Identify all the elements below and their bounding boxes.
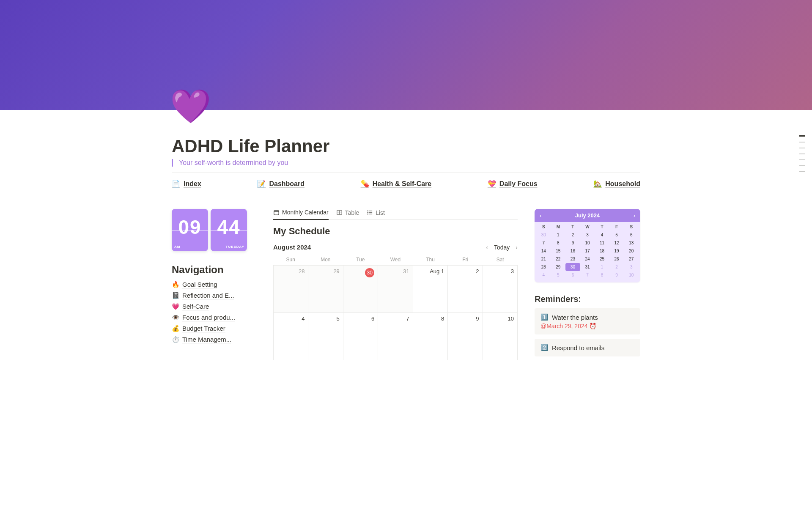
nav-item-focus[interactable]: 👁️Focus and produ... xyxy=(172,312,256,323)
mini-day[interactable]: 20 xyxy=(624,247,639,255)
table-icon xyxy=(336,209,343,216)
mini-day[interactable]: 23 xyxy=(565,255,580,263)
nav-item-goal-setting[interactable]: 🔥Goal Setting xyxy=(172,279,256,290)
dow-tue: Tue xyxy=(343,257,378,263)
topnav-index[interactable]: 📄Index xyxy=(172,180,201,188)
mini-day[interactable]: 5 xyxy=(609,231,624,239)
topnav-household[interactable]: 🏡Household xyxy=(593,180,640,188)
page-emoji-icon[interactable]: 💜 xyxy=(170,90,211,123)
nav-item-time[interactable]: ⏱️Time Managem... xyxy=(172,334,256,345)
prev-month-button[interactable]: ‹ xyxy=(486,244,488,251)
nav-item-selfcare[interactable]: 💗Self-Care xyxy=(172,301,256,312)
mini-day[interactable]: 27 xyxy=(624,255,639,263)
mini-day[interactable]: 19 xyxy=(609,247,624,255)
mini-day[interactable]: 15 xyxy=(551,247,566,255)
reminder-item[interactable]: 1️⃣ Water the plants @March 29, 2024 ⏰ xyxy=(535,308,640,334)
cal-cell[interactable]: 3 xyxy=(483,266,518,313)
tab-list[interactable]: List xyxy=(367,209,385,219)
page-title[interactable]: ADHD Life Planner xyxy=(172,110,640,156)
mini-day[interactable]: 2 xyxy=(609,263,624,271)
cal-cell[interactable]: 9 xyxy=(448,313,483,360)
today-button[interactable]: Today xyxy=(494,244,510,251)
mini-day[interactable]: 4 xyxy=(536,271,551,279)
calendar-grid: Sun Mon Tue Wed Thu Fri Sat 28 29 30 31 … xyxy=(273,254,518,360)
nav-item-icon: 💰 xyxy=(172,325,180,332)
mini-day[interactable]: 3 xyxy=(580,231,595,239)
mini-next-button[interactable]: › xyxy=(634,213,635,219)
cal-cell[interactable]: 10 xyxy=(483,313,518,360)
nav-item-label: Focus and produ... xyxy=(182,314,235,321)
reminder-text: Respond to emails xyxy=(552,344,604,351)
cal-cell[interactable]: 5 xyxy=(308,313,343,360)
cal-cell[interactable]: 4 xyxy=(274,313,308,360)
reminder-item[interactable]: 2️⃣ Respond to emails xyxy=(535,339,640,356)
mini-day[interactable]: 24 xyxy=(580,255,595,263)
mini-day[interactable]: 1 xyxy=(551,231,566,239)
mini-day[interactable]: 8 xyxy=(551,239,566,247)
clock-ampm: AM xyxy=(174,245,180,249)
topnav-dailyfocus[interactable]: 💝Daily Focus xyxy=(488,180,538,188)
list-icon xyxy=(367,209,373,216)
mini-day[interactable]: 9 xyxy=(609,271,624,279)
mini-day[interactable]: 28 xyxy=(536,263,551,271)
mini-day[interactable]: 8 xyxy=(595,271,609,279)
topnav-icon: 📄 xyxy=(172,180,180,188)
cal-cell[interactable]: 6 xyxy=(343,313,378,360)
mini-day[interactable]: 7 xyxy=(536,239,551,247)
cal-cell-label: Aug 1 xyxy=(430,268,444,274)
mini-day[interactable]: 29 xyxy=(551,263,566,271)
mini-day[interactable]: 11 xyxy=(595,239,609,247)
mini-day[interactable]: 6 xyxy=(565,271,580,279)
cal-cell[interactable]: 8 xyxy=(413,313,448,360)
mini-day[interactable]: 30 xyxy=(536,231,551,239)
nav-item-reflection[interactable]: 📓Reflection and E... xyxy=(172,290,256,301)
cal-cell[interactable]: 2 xyxy=(448,266,483,313)
nav-item-icon: 🔥 xyxy=(172,281,180,288)
cal-cell[interactable]: 31 xyxy=(378,266,413,313)
mini-day[interactable]: 26 xyxy=(609,255,624,263)
mini-day[interactable]: 4 xyxy=(595,231,609,239)
mini-day[interactable]: 30 xyxy=(565,263,580,271)
next-month-button[interactable]: › xyxy=(516,244,518,251)
cal-cell[interactable]: 28 xyxy=(274,266,308,313)
schedule-title[interactable]: My Schedule xyxy=(273,226,518,237)
mini-day[interactable]: 13 xyxy=(624,239,639,247)
cal-cell[interactable]: 29 xyxy=(308,266,343,313)
topnav-icon: 📝 xyxy=(257,180,266,188)
quote-block[interactable]: Your self-worth is determined by you xyxy=(172,159,640,167)
nav-item-icon: 👁️ xyxy=(172,314,180,321)
mini-day[interactable]: 12 xyxy=(609,239,624,247)
cal-cell[interactable]: 7 xyxy=(378,313,413,360)
mini-day[interactable]: 10 xyxy=(580,239,595,247)
topnav-label: Index xyxy=(184,180,201,188)
topnav-health[interactable]: 💊Health & Self-Care xyxy=(361,180,432,188)
nav-item-budget[interactable]: 💰Budget Tracker xyxy=(172,323,256,334)
outline-indicator[interactable] xyxy=(799,135,805,172)
mini-day[interactable]: 1 xyxy=(595,263,609,271)
mini-day[interactable]: 22 xyxy=(551,255,566,263)
mini-day[interactable]: 14 xyxy=(536,247,551,255)
tab-monthly-calendar[interactable]: Monthly Calendar xyxy=(273,209,329,220)
mini-day[interactable]: 9 xyxy=(565,239,580,247)
mini-day[interactable]: 25 xyxy=(595,255,609,263)
tab-label: Table xyxy=(345,209,359,216)
topnav-dashboard[interactable]: 📝Dashboard xyxy=(257,180,304,188)
mini-prev-button[interactable]: ‹ xyxy=(540,213,541,219)
tab-table[interactable]: Table xyxy=(336,209,359,219)
mini-day[interactable]: 10 xyxy=(624,271,639,279)
mini-day[interactable]: 31 xyxy=(580,263,595,271)
cal-cell[interactable]: Aug 1 xyxy=(413,266,448,313)
mini-day[interactable]: 2 xyxy=(565,231,580,239)
clock-hour: 09 xyxy=(172,209,208,238)
mini-day[interactable]: 17 xyxy=(580,247,595,255)
mini-day[interactable]: 16 xyxy=(565,247,580,255)
mini-day[interactable]: 3 xyxy=(624,263,639,271)
nav-item-label: Self-Care xyxy=(182,303,209,310)
cal-cell[interactable]: 30 xyxy=(343,266,378,313)
mini-day[interactable]: 7 xyxy=(580,271,595,279)
mini-day[interactable]: 18 xyxy=(595,247,609,255)
mini-day[interactable]: 21 xyxy=(536,255,551,263)
mini-day[interactable]: 6 xyxy=(624,231,639,239)
nav-item-label: Reflection and E... xyxy=(182,292,234,299)
mini-day[interactable]: 5 xyxy=(551,271,566,279)
